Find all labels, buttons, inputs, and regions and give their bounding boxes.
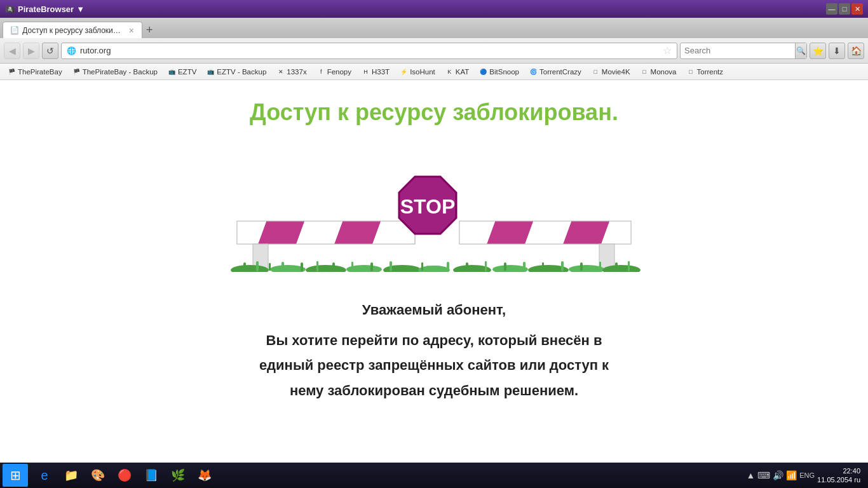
message-line1: Уважаемый абонент,: [212, 297, 656, 323]
svg-rect-13: [484, 215, 536, 253]
bookmark-item[interactable]: 🌀TorrentCrazy: [526, 66, 585, 77]
tray-lang[interactable]: ENG: [799, 471, 815, 479]
tab-label: Доступ к ресурсу заблокирован!: [22, 26, 122, 35]
bookmark-item[interactable]: 🏴ThePirateBay: [4, 66, 66, 77]
tab-close-button[interactable]: ×: [129, 25, 134, 36]
bookmark-favicon-icon: 🏴: [72, 67, 81, 76]
bookmark-item[interactable]: ✕1337x: [273, 66, 310, 77]
back-button[interactable]: ◀: [4, 43, 20, 59]
bookmarks-button[interactable]: ⭐: [810, 43, 826, 59]
pirate-icon: 🏴‍☠️: [5, 4, 15, 14]
address-text: rutor.org: [80, 46, 659, 55]
bookmark-label: BitSnoop: [489, 68, 519, 76]
bookmark-item[interactable]: fFenopy: [313, 66, 355, 77]
svg-point-25: [306, 265, 346, 272]
bookmark-favicon-icon: K: [445, 67, 454, 76]
page-content: Доступ к ресурсу заблокирован.: [0, 80, 868, 461]
taskbar-folder-icon[interactable]: 📁: [58, 464, 84, 487]
bookmark-item[interactable]: □Monova: [637, 66, 681, 77]
bookmark-label: TorrentCrazy: [539, 68, 581, 76]
tray-arrow-icon[interactable]: ▲: [746, 470, 755, 480]
svg-rect-53: [599, 262, 601, 271]
tray-keyboard-icon[interactable]: ⌨: [757, 470, 770, 480]
bookmarks-bar: 🏴ThePirateBay🏴ThePirateBay - Backup📺EZTV…: [0, 64, 868, 80]
bookmark-item[interactable]: □Torrentz: [682, 66, 727, 77]
new-tab-button[interactable]: +: [142, 22, 157, 38]
bookmark-label: H33T: [372, 68, 390, 76]
browser-brand: 🏴‍☠️ PirateBrowser ▼: [5, 4, 85, 14]
bookmark-item[interactable]: 📺EZTV: [164, 66, 200, 77]
svg-rect-44: [421, 262, 423, 271]
bookmark-favicon-icon: ⚡: [400, 67, 408, 76]
window-controls: — □ ✕: [826, 3, 863, 15]
stop-illustration: STOP: [218, 145, 650, 272]
nav-bar: ◀ ▶ ↺ 🌐 rutor.org ☆ 🔍 ⭐ ⬇ 🏠: [0, 38, 868, 64]
blocked-title: Доступ к ресурсу заблокирован.: [13, 99, 855, 126]
svg-rect-37: [281, 262, 284, 271]
bookmark-favicon-icon: □: [641, 67, 649, 76]
svg-text:STOP: STOP: [400, 195, 456, 218]
address-bar[interactable]: 🌐 rutor.org ☆: [61, 43, 677, 59]
svg-rect-49: [523, 262, 526, 271]
forward-button[interactable]: ▶: [23, 43, 39, 59]
svg-point-30: [492, 265, 528, 272]
refresh-button[interactable]: ↺: [42, 43, 58, 59]
svg-rect-48: [504, 262, 506, 271]
close-button[interactable]: ✕: [851, 3, 863, 15]
search-submit-button[interactable]: 🔍: [795, 43, 806, 58]
bookmark-star-icon[interactable]: ☆: [663, 44, 672, 57]
browser-content: Доступ к ресурсу заблокирован.: [0, 80, 868, 463]
message-line2: Вы хотите перейти по адресу, который вне…: [212, 328, 656, 353]
bookmark-label: ThePirateBay - Backup: [83, 68, 158, 76]
dropdown-arrow-icon[interactable]: ▼: [76, 4, 85, 14]
svg-rect-19: [599, 244, 614, 269]
taskbar-skype-icon[interactable]: 📘: [139, 464, 164, 487]
system-clock: 22:40 11.05.2054 ru: [817, 466, 860, 485]
svg-rect-50: [542, 262, 544, 271]
clock-date: 11.05.2054 ru: [817, 475, 860, 484]
taskbar-yandex-icon[interactable]: 🔴: [112, 464, 137, 487]
start-button[interactable]: ⊞: [3, 464, 28, 487]
bookmark-item[interactable]: 🔵BitSnoop: [475, 66, 523, 77]
tab-favicon: 📄: [11, 26, 18, 35]
svg-rect-35: [256, 261, 259, 271]
tab-bar: 📄 Доступ к ресурсу заблокирован! × +: [0, 18, 868, 38]
taskbar-tor-icon[interactable]: 🌿: [165, 464, 191, 487]
bookmark-item[interactable]: ⚡IsoHunt: [396, 66, 439, 77]
tab-item[interactable]: 📄 Доступ к ресурсу заблокирован! ×: [3, 22, 142, 38]
maximize-button[interactable]: □: [839, 3, 850, 15]
bookmark-label: KAT: [456, 68, 470, 76]
svg-rect-41: [351, 262, 353, 271]
download-button[interactable]: ⬇: [829, 43, 845, 59]
bookmark-item[interactable]: KKAT: [442, 66, 473, 77]
search-input[interactable]: [681, 46, 795, 55]
windows-logo-icon: ⊞: [10, 468, 21, 483]
address-secure-icon: 🌐: [67, 46, 76, 55]
bookmark-favicon-icon: f: [317, 67, 325, 76]
taskbar-paint-icon[interactable]: 🎨: [85, 464, 111, 487]
tray-network-icon[interactable]: 📶: [786, 470, 797, 480]
taskbar-firefox-icon[interactable]: 🦊: [192, 464, 217, 487]
bookmark-favicon-icon: 🌀: [529, 67, 538, 76]
minimize-button[interactable]: —: [826, 3, 837, 15]
bookmark-item[interactable]: 📺EZTV - Backup: [203, 66, 270, 77]
bookmark-favicon-icon: 📺: [207, 67, 215, 76]
bookmark-item[interactable]: 🏴ThePirateBay - Backup: [69, 66, 161, 77]
svg-point-24: [270, 265, 306, 272]
bookmark-item[interactable]: □Movie4K: [588, 66, 634, 77]
taskbar-ie-icon[interactable]: e: [32, 464, 57, 487]
svg-point-27: [383, 265, 421, 272]
bookmark-favicon-icon: 🔵: [479, 67, 487, 76]
svg-rect-6: [331, 215, 383, 253]
search-bar[interactable]: 🔍: [680, 43, 807, 59]
tray-volume-icon[interactable]: 🔊: [773, 470, 783, 480]
taskbar-tray: ▲ ⌨ 🔊 📶 ENG 22:40 11.05.2054 ru: [741, 466, 865, 485]
bookmark-label: 1337x: [287, 68, 306, 76]
bookmark-label: Movie4K: [602, 68, 630, 76]
home-button[interactable]: 🏠: [848, 43, 864, 59]
bookmark-item[interactable]: HH33T: [358, 66, 393, 77]
bookmark-label: ThePirateBay: [18, 68, 62, 76]
bookmark-favicon-icon: □: [686, 67, 695, 76]
clock-time: 22:40: [817, 466, 860, 475]
title-bar: 🏴‍☠️ PirateBrowser ▼ — □ ✕: [0, 0, 868, 18]
